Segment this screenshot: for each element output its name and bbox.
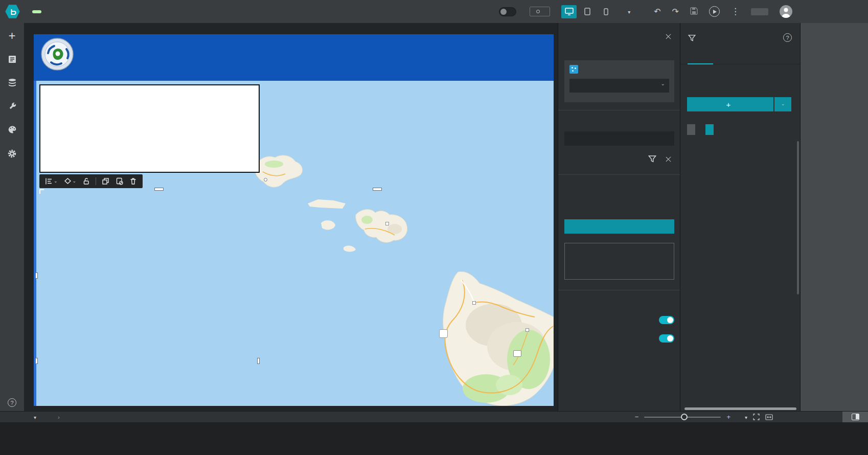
minor-widget-panel: ? + bbox=[680, 23, 800, 411]
app-canvas[interactable] bbox=[34, 34, 554, 406]
settings-panel-button[interactable] bbox=[7, 148, 18, 159]
trash-icon bbox=[129, 177, 137, 185]
page-panel-button[interactable] bbox=[7, 54, 18, 65]
create-filter-panel bbox=[558, 23, 680, 411]
sql-expression-preview[interactable] bbox=[564, 243, 674, 280]
toggle-right-panel-button[interactable] bbox=[852, 414, 859, 420]
and-mode-chip[interactable] bbox=[687, 124, 695, 135]
delete-button[interactable] bbox=[127, 174, 139, 188]
close-panel-button[interactable] bbox=[666, 33, 673, 40]
zoom-slider-handle[interactable] bbox=[681, 414, 688, 420]
status-bar bbox=[0, 411, 868, 422]
selection-handle[interactable] bbox=[35, 358, 38, 364]
close-icon bbox=[666, 33, 672, 39]
desktop-icon bbox=[565, 8, 574, 15]
notice-text-widget[interactable] bbox=[39, 84, 260, 173]
icon-picker-button[interactable] bbox=[648, 155, 656, 165]
window-background bbox=[0, 422, 868, 455]
palette-icon bbox=[8, 125, 17, 134]
widget-help-button[interactable]: ? bbox=[783, 33, 792, 42]
fit-to-screen-button[interactable] bbox=[753, 414, 760, 420]
filter-label-input[interactable] bbox=[564, 131, 674, 146]
panel-horizontal-scrollbar[interactable] bbox=[684, 407, 796, 410]
tab-content[interactable] bbox=[680, 47, 720, 64]
insert-widget-button[interactable]: + bbox=[7, 30, 18, 41]
data-source-card[interactable] bbox=[564, 60, 674, 102]
new-filter-dropdown-button[interactable] bbox=[774, 97, 791, 111]
data-panel-button[interactable] bbox=[7, 77, 18, 88]
filter-icon bbox=[648, 155, 656, 163]
honolulu-marker bbox=[264, 178, 267, 181]
align-icon bbox=[45, 177, 53, 185]
unlock-button[interactable] bbox=[80, 174, 92, 188]
chevron-down-icon bbox=[781, 101, 785, 108]
tablet-icon bbox=[584, 8, 590, 15]
selection-handle[interactable] bbox=[35, 272, 38, 279]
plus-icon: + bbox=[726, 100, 731, 109]
breadcrumb bbox=[54, 414, 64, 420]
apply-filter-label bbox=[564, 315, 654, 324]
pending-button[interactable] bbox=[113, 174, 125, 188]
save-button[interactable] bbox=[690, 7, 698, 16]
chevron-down-icon[interactable] bbox=[34, 414, 36, 420]
zoom-slider[interactable] bbox=[644, 417, 721, 418]
tab-action[interactable] bbox=[760, 47, 800, 64]
tab-style[interactable] bbox=[720, 47, 760, 64]
preview-button[interactable] bbox=[709, 6, 720, 17]
collapse-details-toggle[interactable] bbox=[659, 334, 674, 343]
selection-edge-indicator bbox=[34, 81, 36, 406]
screen-size-selector[interactable] bbox=[626, 8, 630, 15]
filter-widget-icon bbox=[688, 34, 696, 43]
fit-width-button[interactable] bbox=[765, 414, 773, 420]
publish-button[interactable] bbox=[751, 8, 768, 15]
lock-layout-toggle[interactable] bbox=[499, 7, 516, 16]
tablet-view-button[interactable] bbox=[580, 5, 595, 18]
selection-corner-handle[interactable] bbox=[39, 189, 44, 194]
panel-dock-segment bbox=[842, 411, 868, 422]
town-marker bbox=[526, 328, 529, 332]
desktop-view-button[interactable] bbox=[561, 5, 577, 18]
redo-button[interactable]: ↷ bbox=[672, 8, 679, 16]
route-11-shield bbox=[513, 350, 521, 357]
duplicate-icon bbox=[102, 177, 109, 185]
database-icon bbox=[8, 78, 17, 87]
or-mode-chip[interactable] bbox=[705, 124, 714, 135]
new-filter-button[interactable]: + bbox=[687, 97, 773, 111]
zoom-out-button[interactable] bbox=[635, 413, 639, 421]
chevron-down-icon bbox=[628, 8, 630, 15]
arrange-button[interactable] bbox=[62, 174, 79, 188]
panel-scrollbar[interactable] bbox=[797, 141, 799, 294]
utility-panel-button[interactable] bbox=[7, 101, 18, 112]
clear-icon-button[interactable] bbox=[666, 156, 672, 162]
phone-view-button[interactable] bbox=[598, 5, 613, 18]
app-header-widget[interactable] bbox=[34, 34, 554, 81]
avatar[interactable] bbox=[780, 5, 792, 18]
town-marker bbox=[385, 222, 389, 225]
settings-tabs bbox=[680, 47, 800, 64]
selection-handle[interactable] bbox=[257, 358, 260, 364]
more-options-button[interactable] bbox=[731, 6, 740, 17]
published-status-badge bbox=[32, 10, 41, 13]
app-logo-icon[interactable] bbox=[5, 4, 20, 19]
zoom-in-button[interactable] bbox=[726, 413, 730, 421]
theme-panel-button[interactable] bbox=[7, 124, 18, 135]
collapse-details-label bbox=[564, 334, 654, 343]
align-button[interactable] bbox=[43, 174, 60, 188]
duplicate-button[interactable] bbox=[100, 174, 111, 188]
undo-button[interactable]: ↶ bbox=[654, 8, 660, 16]
live-view-button[interactable] bbox=[530, 7, 550, 16]
chevron-down-icon[interactable] bbox=[745, 414, 747, 420]
town-marker bbox=[472, 301, 476, 305]
gear-icon bbox=[7, 149, 17, 158]
live-view-icon bbox=[536, 10, 540, 13]
apply-filter-toggle[interactable] bbox=[659, 316, 674, 324]
selected-pin-box bbox=[439, 329, 448, 338]
county-seal-logo bbox=[41, 38, 74, 71]
data-view-select[interactable] bbox=[569, 79, 669, 93]
help-button[interactable]: ? bbox=[8, 398, 16, 407]
selection-handle[interactable] bbox=[154, 188, 164, 191]
right-dock-area bbox=[800, 23, 868, 411]
top-bar: ↶ ↷ bbox=[0, 0, 868, 23]
sql-expression-builder-button[interactable] bbox=[564, 219, 674, 234]
selection-handle[interactable] bbox=[373, 188, 382, 191]
